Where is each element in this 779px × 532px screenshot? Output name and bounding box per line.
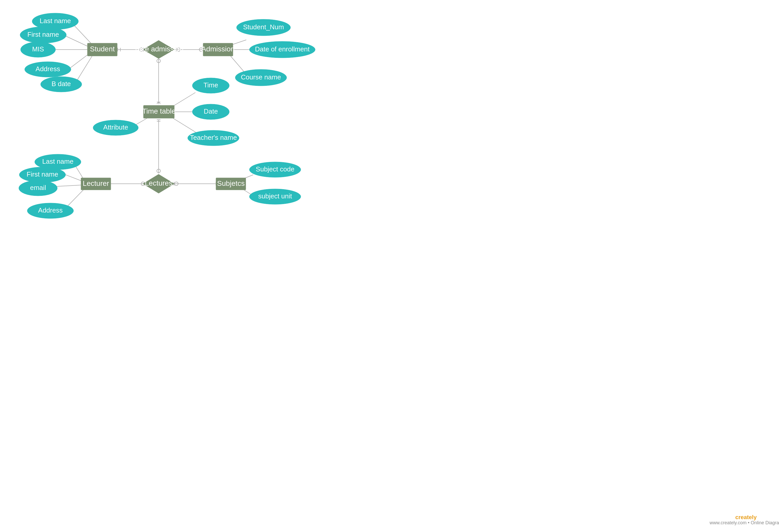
attr-enrollment-label: Date of enrollment [255, 45, 310, 53]
svg-line-2 [66, 36, 89, 47]
attr-first-name-lecturer-label: First name [27, 171, 58, 178]
attr-mis-label: MIS [32, 45, 44, 53]
take-admission-label: Take admission [134, 45, 184, 53]
svg-line-35 [157, 102, 159, 104]
attr-attribute-label: Attribute [103, 123, 128, 131]
attr-bdate-label: B date [51, 80, 71, 88]
attr-student-num-label: Student_Num [243, 23, 284, 31]
timetable-label: Time table [142, 107, 176, 115]
er-diagram: Student Admission Time table Lecturer Su… [0, 0, 779, 532]
attr-teacher-name-label: Teacher's name [190, 134, 237, 141]
svg-line-12 [171, 92, 195, 108]
attr-subject-unit-label: subject unit [258, 192, 292, 200]
attr-date-label: Date [204, 108, 218, 115]
attr-email-label: email [30, 184, 46, 192]
watermark-brand: creately [735, 514, 757, 520]
attr-first-name-student-label: First name [27, 30, 59, 38]
svg-line-36 [159, 102, 161, 104]
svg-line-5 [75, 55, 93, 83]
lectures-label: Lectures [145, 179, 172, 187]
attr-course-name-label: Course name [241, 73, 281, 81]
lecturer-label: Lecturer [83, 179, 109, 187]
svg-line-18 [64, 174, 82, 181]
attr-address-lecturer-label: Address [38, 206, 62, 214]
attr-time-label: Time [203, 81, 218, 89]
attr-last-name-student-label: Last name [40, 17, 71, 25]
svg-line-10 [229, 54, 244, 72]
svg-line-20 [66, 190, 83, 208]
student-label: Student [90, 45, 115, 53]
svg-line-14 [171, 117, 196, 132]
subjetcs-label: Subjetcs [217, 179, 244, 187]
watermark-tagline: www.creately.com • Online Diagramming [709, 520, 779, 525]
svg-line-1 [73, 24, 93, 45]
attr-address-student-label: Address [36, 65, 60, 73]
attr-subject-code-label: Subject code [256, 165, 294, 173]
attr-last-name-lecturer-label: Last name [42, 157, 73, 165]
admission-label: Admission [201, 45, 235, 53]
svg-line-19 [54, 185, 81, 187]
